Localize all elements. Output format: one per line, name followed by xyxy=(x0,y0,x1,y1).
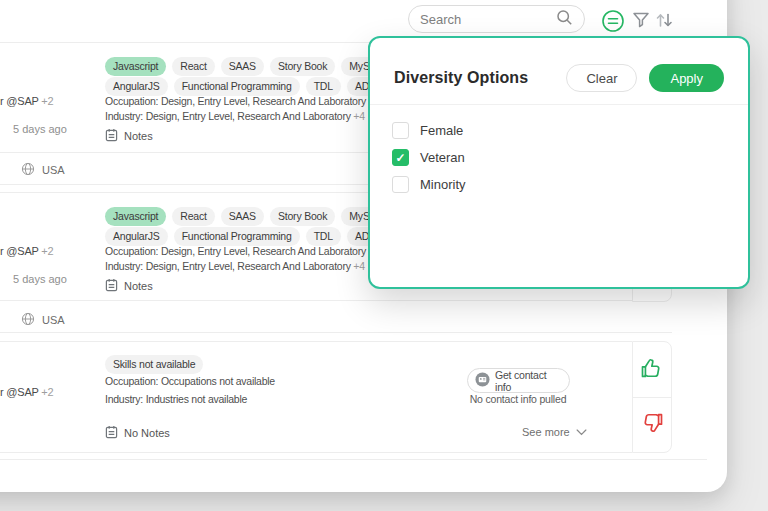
female-checkbox[interactable] xyxy=(392,122,409,139)
skill-tag[interactable]: Javascript xyxy=(105,207,166,226)
occupation-line: Occupation: Occupations not available xyxy=(105,375,275,388)
chevron-down-icon xyxy=(576,426,587,438)
option-label: Female xyxy=(420,123,463,138)
thumbs-down-icon[interactable] xyxy=(639,409,666,440)
sort-icon[interactable] xyxy=(653,9,675,35)
skill-tag[interactable]: SAAS xyxy=(221,207,264,226)
skill-tag[interactable]: AngularJS xyxy=(105,227,168,246)
skills-not-available-tag: Skills not available xyxy=(105,355,203,374)
skill-tag[interactable]: SAAS xyxy=(221,57,264,76)
search-placeholder: Search xyxy=(420,12,461,27)
candidate-handle: r @SAP +2 xyxy=(0,245,54,257)
see-more-link[interactable]: See more xyxy=(522,426,587,438)
thumbs-up-icon[interactable] xyxy=(638,355,665,386)
skill-tag[interactable]: Story Book xyxy=(270,57,335,76)
skill-tag[interactable]: Story Book xyxy=(270,207,335,226)
skills-row-2: AngularJS Functional Programming TDL ADL… xyxy=(105,227,407,246)
funnel-filter-icon[interactable] xyxy=(631,10,651,34)
industry-line: Industry: Industries not available xyxy=(105,393,247,406)
location-row: USA xyxy=(21,162,65,178)
diversity-options-popup: Diversity Options Clear Apply Female Vet… xyxy=(368,36,750,289)
minority-checkbox[interactable] xyxy=(392,176,409,193)
occupation-line: Occupation: Design, Entry Level, Researc… xyxy=(105,95,380,108)
skills-row: Skills not available xyxy=(105,355,203,374)
option-label: Veteran xyxy=(420,150,465,165)
occupation-line: Occupation: Design, Entry Level, Researc… xyxy=(105,245,380,258)
skill-tag[interactable]: Functional Programming xyxy=(174,227,300,246)
location-row: USA xyxy=(21,312,65,328)
card-bottom-divider xyxy=(0,452,632,453)
posted-time: 5 days ago xyxy=(13,123,67,135)
skill-tag[interactable]: React xyxy=(172,57,214,76)
candidate-handle: r @SAP +2 xyxy=(0,95,54,107)
notes-icon xyxy=(105,278,118,294)
notes-link[interactable]: No Notes xyxy=(105,425,170,441)
option-minority[interactable]: Minority xyxy=(392,176,726,193)
get-contact-info-button[interactable]: Get contact info xyxy=(467,368,570,393)
card-top-divider xyxy=(0,341,632,342)
option-female[interactable]: Female xyxy=(392,122,726,139)
globe-icon xyxy=(21,312,35,328)
skill-tag[interactable]: Functional Programming xyxy=(174,77,300,96)
veteran-checkbox-checked[interactable] xyxy=(392,149,409,166)
notes-link[interactable]: Notes xyxy=(105,278,153,294)
next-row-divider xyxy=(0,459,707,460)
skill-tag[interactable]: TDL xyxy=(306,227,341,246)
notes-icon xyxy=(105,425,118,441)
popup-title: Diversity Options xyxy=(394,69,554,87)
list-filter-icon[interactable] xyxy=(601,9,625,37)
skill-tag[interactable]: Javascript xyxy=(105,57,166,76)
globe-icon xyxy=(21,162,35,178)
skill-tag[interactable]: TDL xyxy=(306,77,341,96)
thumbs-divider xyxy=(633,397,671,398)
industry-line: Industry: Design, Entry Level, Research … xyxy=(105,110,365,123)
clear-button[interactable]: Clear xyxy=(566,64,637,92)
notes-link[interactable]: Notes xyxy=(105,128,153,144)
skills-row-2: AngularJS Functional Programming TDL ADL… xyxy=(105,77,407,96)
contact-card-icon xyxy=(475,372,490,389)
search-icon xyxy=(556,9,573,30)
candidate-handle: r @SAP +2 xyxy=(0,386,54,398)
posted-time: 5 days ago xyxy=(13,273,67,285)
contact-status-text: No contact info pulled xyxy=(450,393,586,405)
skill-tag[interactable]: React xyxy=(172,207,214,226)
notes-icon xyxy=(105,128,118,144)
option-label: Minority xyxy=(420,177,466,192)
apply-button[interactable]: Apply xyxy=(649,64,724,92)
industry-line: Industry: Design, Entry Level, Research … xyxy=(105,260,365,273)
card-bottom-divider xyxy=(0,332,672,333)
card-footer-divider xyxy=(0,300,632,301)
search-input[interactable]: Search xyxy=(408,5,585,33)
skill-tag[interactable]: AngularJS xyxy=(105,77,168,96)
option-veteran[interactable]: Veteran xyxy=(392,149,726,166)
app-viewport: Search r @SAP +2 5 days ago Javascript R… xyxy=(0,0,768,511)
